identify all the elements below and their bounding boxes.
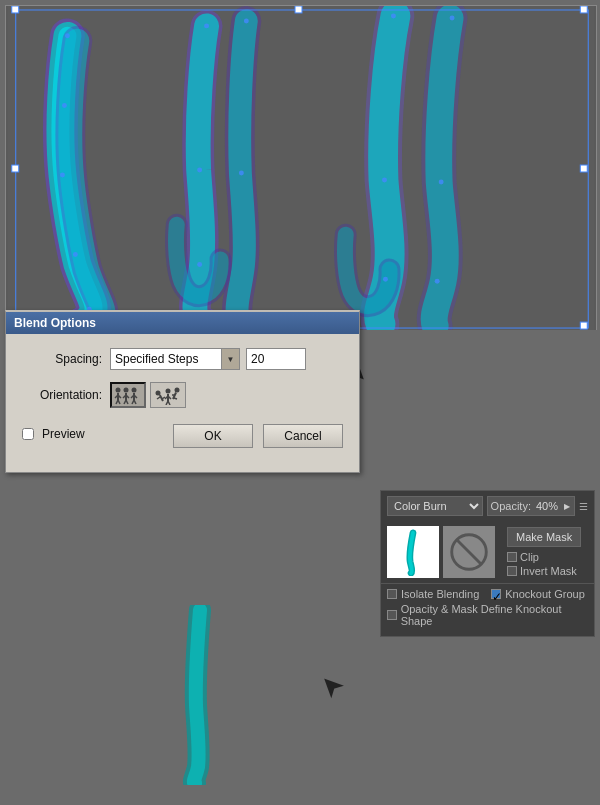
svg-line-46 bbox=[157, 397, 160, 399]
orientation-row: Orientation: bbox=[22, 382, 343, 408]
dialog-title: Blend Options bbox=[14, 316, 96, 330]
panel-bottom: Isolate Blending ✓ Knockout Group Opacit… bbox=[381, 583, 594, 636]
panel-thumbnails: Make Mask Clip Invert Mask bbox=[381, 521, 594, 583]
transparency-panel: Color Burn Opacity: 40% ▶ ☰ bbox=[380, 490, 595, 637]
svg-point-7 bbox=[197, 168, 202, 173]
svg-rect-21 bbox=[12, 165, 19, 172]
dropdown-arrow-icon[interactable]: ▼ bbox=[221, 349, 239, 369]
layer-thumbnail[interactable] bbox=[387, 526, 439, 578]
svg-point-12 bbox=[382, 177, 387, 182]
svg-point-10 bbox=[239, 170, 244, 175]
mask-options: Clip Invert Mask bbox=[507, 551, 581, 577]
svg-point-44 bbox=[156, 391, 161, 396]
opacity-mask-label: Opacity & Mask Define Knockout Shape bbox=[401, 603, 588, 627]
orientation-page-button[interactable] bbox=[110, 382, 146, 408]
invert-mask-label: Invert Mask bbox=[520, 565, 577, 577]
knockout-group-label: Knockout Group bbox=[505, 588, 585, 600]
isolate-blending-checkbox[interactable] bbox=[387, 589, 397, 599]
panel-controls: Color Burn Opacity: 40% ▶ ☰ bbox=[381, 491, 594, 521]
canvas-inner bbox=[6, 6, 596, 334]
opacity-control: Opacity: 40% ▶ bbox=[487, 496, 575, 516]
orientation-buttons bbox=[110, 382, 186, 408]
isolate-blending-label: Isolate Blending bbox=[401, 588, 479, 600]
preview-label: Preview bbox=[42, 427, 85, 441]
svg-point-54 bbox=[175, 388, 180, 393]
svg-point-13 bbox=[383, 277, 388, 282]
make-mask-button[interactable]: Make Mask bbox=[507, 527, 581, 547]
opacity-value: 40% bbox=[534, 500, 560, 512]
svg-point-26 bbox=[116, 388, 121, 393]
svg-line-43 bbox=[134, 400, 136, 404]
spacing-row: Spacing: Specified Steps ▼ bbox=[22, 348, 343, 370]
panel-menu-icon[interactable]: ☰ bbox=[579, 501, 588, 512]
svg-line-53 bbox=[168, 401, 170, 405]
preview-checkbox[interactable] bbox=[22, 428, 34, 440]
opacity-arrow-icon[interactable]: ▶ bbox=[560, 497, 574, 515]
spacing-label: Spacing: bbox=[22, 352, 102, 366]
dialog-body: Spacing: Specified Steps ▼ Orientation: bbox=[6, 334, 359, 472]
spacing-dropdown[interactable]: Specified Steps ▼ bbox=[110, 348, 240, 370]
svg-line-47 bbox=[162, 397, 165, 399]
mask-thumbnail[interactable] bbox=[443, 526, 495, 578]
knockout-group-checkbox[interactable]: ✓ bbox=[491, 589, 501, 599]
blend-options-dialog: Blend Options Spacing: Specified Steps ▼… bbox=[5, 310, 360, 473]
svg-point-48 bbox=[166, 389, 171, 394]
clip-checkbox[interactable] bbox=[507, 552, 517, 562]
svg-rect-19 bbox=[295, 6, 302, 13]
svg-rect-18 bbox=[12, 6, 19, 13]
cancel-button[interactable]: Cancel bbox=[263, 424, 343, 448]
opacity-label: Opacity: bbox=[488, 500, 534, 512]
clip-label: Clip bbox=[520, 551, 539, 563]
svg-rect-22 bbox=[580, 165, 587, 172]
svg-point-2 bbox=[62, 103, 67, 108]
dialog-titlebar: Blend Options bbox=[6, 312, 359, 334]
svg-point-14 bbox=[450, 15, 455, 20]
svg-point-32 bbox=[124, 388, 129, 393]
svg-line-57 bbox=[174, 398, 177, 399]
invert-mask-checkbox[interactable] bbox=[507, 566, 517, 576]
orientation-path-button[interactable] bbox=[150, 382, 186, 408]
preview-row: Preview OK Cancel bbox=[22, 420, 343, 448]
svg-point-9 bbox=[244, 18, 249, 23]
spacing-option: Specified Steps bbox=[111, 352, 221, 366]
orientation-label: Orientation: bbox=[22, 388, 102, 402]
svg-line-37 bbox=[126, 400, 128, 404]
svg-rect-20 bbox=[580, 6, 587, 13]
opacity-mask-checkbox[interactable] bbox=[387, 610, 397, 620]
svg-point-1 bbox=[65, 33, 70, 38]
svg-rect-25 bbox=[580, 322, 587, 329]
svg-point-11 bbox=[391, 13, 396, 18]
canvas-area bbox=[5, 5, 597, 335]
svg-point-4 bbox=[73, 252, 78, 257]
isolate-blending-row: Isolate Blending ✓ Knockout Group bbox=[387, 588, 588, 600]
opacity-mask-row: Opacity & Mask Define Knockout Shape bbox=[387, 603, 588, 627]
svg-point-3 bbox=[60, 172, 65, 177]
invert-mask-row: Invert Mask bbox=[507, 565, 581, 577]
steps-input[interactable] bbox=[246, 348, 306, 370]
svg-line-31 bbox=[118, 400, 120, 404]
svg-point-16 bbox=[435, 279, 440, 284]
clip-row: Clip bbox=[507, 551, 581, 563]
svg-point-8 bbox=[197, 262, 202, 267]
blend-mode-select[interactable]: Color Burn bbox=[387, 496, 483, 516]
svg-point-15 bbox=[439, 179, 444, 184]
svg-point-38 bbox=[132, 388, 137, 393]
svg-point-6 bbox=[204, 23, 209, 28]
ok-button[interactable]: OK bbox=[173, 424, 253, 448]
